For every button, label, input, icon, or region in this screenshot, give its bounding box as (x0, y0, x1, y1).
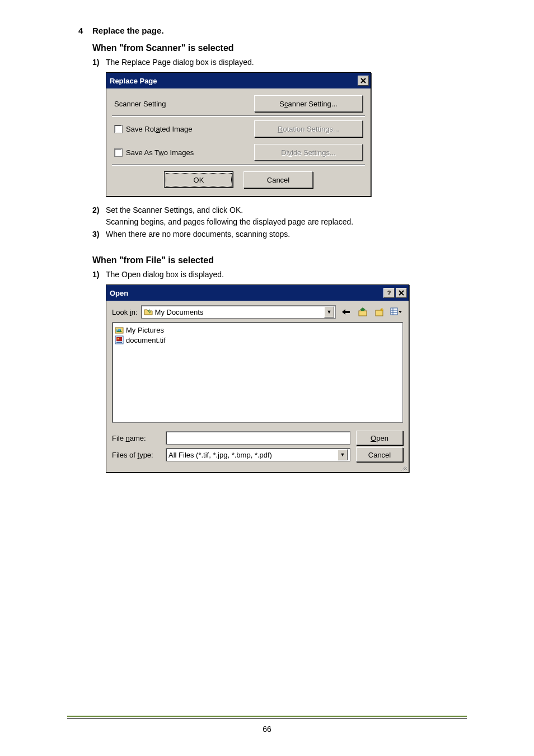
page-number: 66 (0, 725, 534, 734)
file-name-input[interactable] (166, 431, 350, 445)
svg-line-22 (406, 470, 407, 470)
btn-text: Di (281, 148, 288, 157)
scanner-setting-label: Scanner Setting (114, 100, 166, 108)
file-list[interactable]: My Pictures document.tif (112, 322, 403, 423)
svg-rect-16 (116, 342, 122, 343)
folder-pictures-icon (115, 325, 124, 334)
list-text: When there are no more documents, scanni… (106, 228, 324, 240)
btn-text: pen (376, 434, 388, 442)
btn-text: ide Settings... (292, 148, 336, 157)
svg-point-15 (118, 338, 119, 339)
btn-text: S (279, 100, 284, 108)
list-number: 3) (92, 228, 106, 240)
list-item[interactable]: My Pictures (115, 325, 400, 335)
scanner-subhead: When "from Scanner" is selected (92, 43, 534, 53)
folder-open-icon (144, 307, 153, 316)
file-step-1: 1) The Open dialog box is displayed. (92, 269, 534, 280)
list-item[interactable]: document.tif (115, 335, 400, 345)
list-number: 1) (92, 269, 106, 280)
scanner-setting-button[interactable]: Scanner Setting... (254, 95, 363, 112)
close-icon[interactable] (396, 288, 407, 298)
chk-label: o Images (164, 148, 194, 157)
chk-label: ted Image (160, 125, 193, 133)
list-number: 2) (92, 204, 106, 227)
look-in-label: Look in: (112, 308, 138, 316)
footer-divider-thin (67, 718, 467, 719)
open-dialog: Open ? Look in: My Documents ▼ (106, 284, 409, 473)
scanner-step-1: 1) The Replace Page dialog box is displa… (92, 57, 534, 68)
new-folder-icon[interactable] (373, 306, 386, 318)
chk-label: a (156, 125, 160, 133)
dialog-titlebar: Open ? (106, 285, 409, 301)
list-text: The Replace Page dialog box is displayed… (106, 57, 288, 68)
btn-text: Cancel (368, 451, 391, 459)
checkbox-icon (114, 148, 123, 157)
step-header: 4 Replace the page. (0, 26, 534, 35)
footer-divider (67, 716, 467, 717)
help-icon[interactable]: ? (383, 288, 395, 298)
open-button[interactable]: Open (356, 431, 403, 445)
chevron-down-icon[interactable]: ▼ (324, 306, 334, 318)
combo-value: All Files (*.tif, *.jpg, *.bmp, *.pdf) (168, 451, 272, 459)
chk-label: w (158, 148, 163, 157)
file-name: My Pictures (126, 326, 164, 334)
look-in-combo[interactable]: My Documents ▼ (141, 305, 336, 319)
dialog-titlebar: Replace Page (106, 73, 371, 88)
dialog-title: Replace Page (110, 77, 157, 85)
ok-button[interactable]: OK (164, 171, 233, 188)
svg-rect-6 (391, 308, 397, 315)
close-icon[interactable] (358, 76, 369, 86)
files-of-type-label: Files of type: (112, 451, 160, 459)
btn-text: R (278, 125, 283, 133)
btn-text: otation Settings... (283, 125, 339, 133)
btn-text: anner Setting... (288, 100, 338, 108)
step-title: Replace the page. (92, 26, 164, 35)
svg-rect-0 (359, 311, 367, 316)
dialog-title: Open (110, 289, 128, 297)
btn-text: Cancel (267, 176, 289, 184)
cancel-button[interactable]: Cancel (356, 447, 403, 462)
resize-grip-icon[interactable] (400, 463, 407, 471)
chk-label: Save Rot (126, 125, 156, 133)
btn-text: O (371, 434, 376, 442)
replace-page-dialog: Replace Page Scanner Setting Scanner Set… (106, 72, 371, 197)
list-text: The Open dialog box is displayed. (106, 269, 257, 280)
up-one-level-icon[interactable] (356, 306, 369, 318)
list-number: 1) (92, 57, 106, 68)
btn-text: OK (194, 176, 204, 184)
file-subhead: When "from File" is selected (92, 255, 534, 265)
checkbox-icon (114, 125, 123, 133)
chevron-down-icon[interactable]: ▼ (338, 449, 348, 460)
view-menu-icon[interactable] (390, 306, 403, 318)
scanner-step-2: 2) Set the Scanner Settings, and click O… (92, 204, 534, 227)
files-of-type-combo[interactable]: All Files (*.tif, *.jpg, *.bmp, *.pdf) ▼ (166, 448, 350, 461)
svg-point-12 (117, 329, 118, 330)
step-number: 4 (78, 26, 92, 35)
divide-settings-button: Divide Settings... (254, 144, 363, 161)
rotation-settings-button: Rotation Settings... (254, 120, 363, 137)
cancel-button[interactable]: Cancel (243, 171, 313, 188)
scanner-step-3: 3) When there are no more documents, sca… (92, 228, 534, 240)
chk-label: Save As T (126, 148, 158, 157)
back-icon[interactable] (339, 306, 353, 318)
save-two-images-checkbox[interactable]: Save As Two Images (114, 148, 194, 157)
file-name-label: File name: (112, 434, 160, 442)
list-text: Set the Scanner Settings, and click OK. … (106, 204, 387, 227)
combo-value: My Documents (153, 308, 324, 316)
svg-rect-14 (116, 337, 122, 341)
image-file-icon (115, 335, 124, 344)
save-rotated-checkbox[interactable]: Save Rotated Image (114, 125, 193, 133)
file-name: document.tif (126, 336, 166, 344)
